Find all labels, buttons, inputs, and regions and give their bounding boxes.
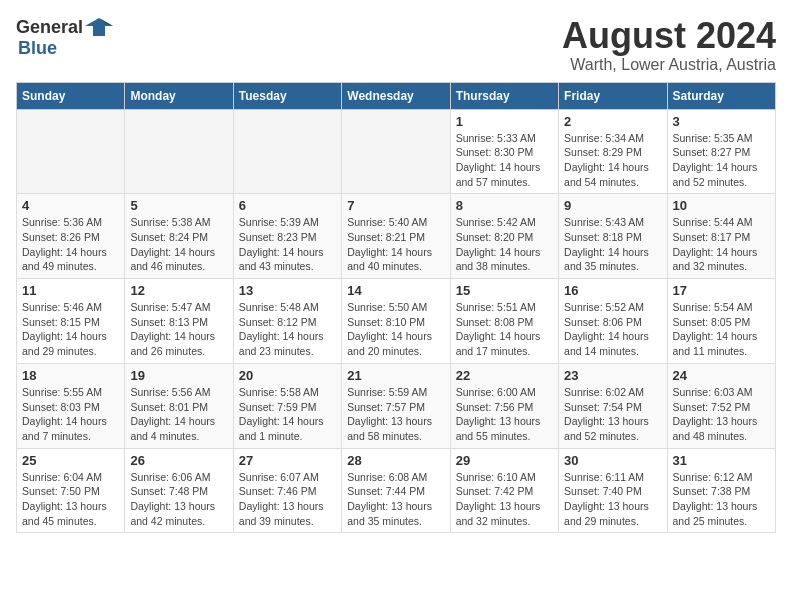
day-number: 31	[673, 453, 770, 468]
day-number: 13	[239, 283, 336, 298]
day-number: 14	[347, 283, 444, 298]
calendar-table: SundayMondayTuesdayWednesdayThursdayFrid…	[16, 82, 776, 534]
day-number: 23	[564, 368, 661, 383]
day-number: 22	[456, 368, 553, 383]
day-number: 5	[130, 198, 227, 213]
calendar-cell: 30Sunrise: 6:11 AM Sunset: 7:40 PM Dayli…	[559, 448, 667, 533]
calendar-cell: 23Sunrise: 6:02 AM Sunset: 7:54 PM Dayli…	[559, 363, 667, 448]
calendar-cell: 20Sunrise: 5:58 AM Sunset: 7:59 PM Dayli…	[233, 363, 341, 448]
calendar-cell: 21Sunrise: 5:59 AM Sunset: 7:57 PM Dayli…	[342, 363, 450, 448]
day-number: 8	[456, 198, 553, 213]
calendar-cell: 25Sunrise: 6:04 AM Sunset: 7:50 PM Dayli…	[17, 448, 125, 533]
header-row: SundayMondayTuesdayWednesdayThursdayFrid…	[17, 82, 776, 109]
calendar-cell: 7Sunrise: 5:40 AM Sunset: 8:21 PM Daylig…	[342, 194, 450, 279]
calendar-cell: 9Sunrise: 5:43 AM Sunset: 8:18 PM Daylig…	[559, 194, 667, 279]
calendar-cell: 11Sunrise: 5:46 AM Sunset: 8:15 PM Dayli…	[17, 279, 125, 364]
header-day-saturday: Saturday	[667, 82, 775, 109]
day-number: 24	[673, 368, 770, 383]
day-number: 12	[130, 283, 227, 298]
calendar-cell: 15Sunrise: 5:51 AM Sunset: 8:08 PM Dayli…	[450, 279, 558, 364]
calendar-subtitle: Warth, Lower Austria, Austria	[562, 56, 776, 74]
logo-blue-row: Blue	[16, 38, 57, 59]
day-number: 7	[347, 198, 444, 213]
header-day-wednesday: Wednesday	[342, 82, 450, 109]
calendar-cell: 10Sunrise: 5:44 AM Sunset: 8:17 PM Dayli…	[667, 194, 775, 279]
header-day-tuesday: Tuesday	[233, 82, 341, 109]
day-detail: Sunrise: 5:50 AM Sunset: 8:10 PM Dayligh…	[347, 300, 444, 359]
day-detail: Sunrise: 5:59 AM Sunset: 7:57 PM Dayligh…	[347, 385, 444, 444]
day-number: 21	[347, 368, 444, 383]
week-row-5: 25Sunrise: 6:04 AM Sunset: 7:50 PM Dayli…	[17, 448, 776, 533]
day-number: 6	[239, 198, 336, 213]
day-detail: Sunrise: 5:38 AM Sunset: 8:24 PM Dayligh…	[130, 215, 227, 274]
day-detail: Sunrise: 5:54 AM Sunset: 8:05 PM Dayligh…	[673, 300, 770, 359]
calendar-cell	[17, 109, 125, 194]
day-detail: Sunrise: 5:56 AM Sunset: 8:01 PM Dayligh…	[130, 385, 227, 444]
day-detail: Sunrise: 6:03 AM Sunset: 7:52 PM Dayligh…	[673, 385, 770, 444]
calendar-cell: 6Sunrise: 5:39 AM Sunset: 8:23 PM Daylig…	[233, 194, 341, 279]
day-detail: Sunrise: 5:39 AM Sunset: 8:23 PM Dayligh…	[239, 215, 336, 274]
calendar-cell	[342, 109, 450, 194]
day-number: 9	[564, 198, 661, 213]
week-row-1: 1Sunrise: 5:33 AM Sunset: 8:30 PM Daylig…	[17, 109, 776, 194]
day-detail: Sunrise: 5:34 AM Sunset: 8:29 PM Dayligh…	[564, 131, 661, 190]
day-number: 1	[456, 114, 553, 129]
day-number: 10	[673, 198, 770, 213]
calendar-header: SundayMondayTuesdayWednesdayThursdayFrid…	[17, 82, 776, 109]
day-number: 3	[673, 114, 770, 129]
calendar-cell: 17Sunrise: 5:54 AM Sunset: 8:05 PM Dayli…	[667, 279, 775, 364]
svg-marker-0	[85, 18, 113, 36]
logo-text: General	[16, 16, 113, 38]
day-detail: Sunrise: 5:35 AM Sunset: 8:27 PM Dayligh…	[673, 131, 770, 190]
calendar-cell: 27Sunrise: 6:07 AM Sunset: 7:46 PM Dayli…	[233, 448, 341, 533]
day-detail: Sunrise: 6:08 AM Sunset: 7:44 PM Dayligh…	[347, 470, 444, 529]
day-number: 20	[239, 368, 336, 383]
day-detail: Sunrise: 5:44 AM Sunset: 8:17 PM Dayligh…	[673, 215, 770, 274]
week-row-4: 18Sunrise: 5:55 AM Sunset: 8:03 PM Dayli…	[17, 363, 776, 448]
day-detail: Sunrise: 5:33 AM Sunset: 8:30 PM Dayligh…	[456, 131, 553, 190]
calendar-cell: 13Sunrise: 5:48 AM Sunset: 8:12 PM Dayli…	[233, 279, 341, 364]
calendar-cell: 12Sunrise: 5:47 AM Sunset: 8:13 PM Dayli…	[125, 279, 233, 364]
calendar-cell: 3Sunrise: 5:35 AM Sunset: 8:27 PM Daylig…	[667, 109, 775, 194]
day-detail: Sunrise: 6:11 AM Sunset: 7:40 PM Dayligh…	[564, 470, 661, 529]
day-detail: Sunrise: 5:47 AM Sunset: 8:13 PM Dayligh…	[130, 300, 227, 359]
day-detail: Sunrise: 5:40 AM Sunset: 8:21 PM Dayligh…	[347, 215, 444, 274]
header-day-sunday: Sunday	[17, 82, 125, 109]
calendar-cell: 18Sunrise: 5:55 AM Sunset: 8:03 PM Dayli…	[17, 363, 125, 448]
calendar-cell: 31Sunrise: 6:12 AM Sunset: 7:38 PM Dayli…	[667, 448, 775, 533]
day-number: 29	[456, 453, 553, 468]
calendar-cell: 26Sunrise: 6:06 AM Sunset: 7:48 PM Dayli…	[125, 448, 233, 533]
week-row-3: 11Sunrise: 5:46 AM Sunset: 8:15 PM Dayli…	[17, 279, 776, 364]
calendar-cell: 22Sunrise: 6:00 AM Sunset: 7:56 PM Dayli…	[450, 363, 558, 448]
calendar-title: August 2024	[562, 16, 776, 56]
day-detail: Sunrise: 5:51 AM Sunset: 8:08 PM Dayligh…	[456, 300, 553, 359]
calendar-cell: 16Sunrise: 5:52 AM Sunset: 8:06 PM Dayli…	[559, 279, 667, 364]
day-number: 26	[130, 453, 227, 468]
calendar-cell: 28Sunrise: 6:08 AM Sunset: 7:44 PM Dayli…	[342, 448, 450, 533]
day-detail: Sunrise: 5:55 AM Sunset: 8:03 PM Dayligh…	[22, 385, 119, 444]
day-number: 17	[673, 283, 770, 298]
day-number: 2	[564, 114, 661, 129]
day-number: 25	[22, 453, 119, 468]
calendar-cell: 5Sunrise: 5:38 AM Sunset: 8:24 PM Daylig…	[125, 194, 233, 279]
day-detail: Sunrise: 5:46 AM Sunset: 8:15 PM Dayligh…	[22, 300, 119, 359]
calendar-cell: 19Sunrise: 5:56 AM Sunset: 8:01 PM Dayli…	[125, 363, 233, 448]
day-detail: Sunrise: 6:12 AM Sunset: 7:38 PM Dayligh…	[673, 470, 770, 529]
calendar-cell: 14Sunrise: 5:50 AM Sunset: 8:10 PM Dayli…	[342, 279, 450, 364]
logo-general: General	[16, 17, 83, 38]
day-number: 27	[239, 453, 336, 468]
logo-blue: Blue	[18, 38, 57, 59]
day-number: 18	[22, 368, 119, 383]
page-header: General Blue August 2024 Warth, Lower Au…	[16, 16, 776, 74]
header-day-thursday: Thursday	[450, 82, 558, 109]
calendar-cell	[125, 109, 233, 194]
header-day-monday: Monday	[125, 82, 233, 109]
day-number: 16	[564, 283, 661, 298]
calendar-cell: 8Sunrise: 5:42 AM Sunset: 8:20 PM Daylig…	[450, 194, 558, 279]
title-block: August 2024 Warth, Lower Austria, Austri…	[562, 16, 776, 74]
logo-bird-icon	[85, 16, 113, 38]
day-detail: Sunrise: 6:10 AM Sunset: 7:42 PM Dayligh…	[456, 470, 553, 529]
day-number: 15	[456, 283, 553, 298]
header-day-friday: Friday	[559, 82, 667, 109]
week-row-2: 4Sunrise: 5:36 AM Sunset: 8:26 PM Daylig…	[17, 194, 776, 279]
